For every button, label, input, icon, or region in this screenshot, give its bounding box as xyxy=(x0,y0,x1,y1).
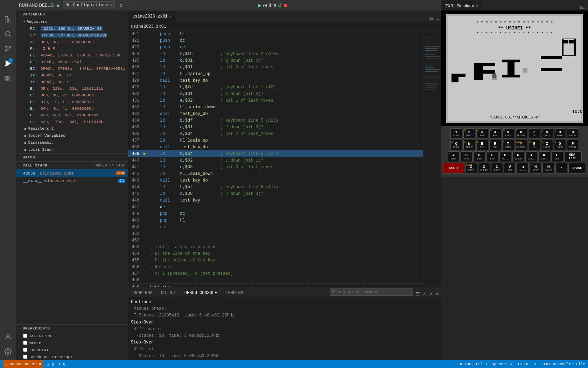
key-z[interactable]: COPYZCOPY xyxy=(465,163,477,173)
status-spaces[interactable]: Spaces: 4 xyxy=(492,362,512,366)
var-c: C: 00h, 0u, 0i, 00000000b xyxy=(20,92,128,98)
disassembly-group[interactable]: ▶ Disassembly xyxy=(16,139,128,146)
registers-header[interactable]: ▾ Registers xyxy=(20,18,128,25)
key-n[interactable]: NOT NNEXT xyxy=(530,163,541,173)
callstack-header[interactable]: ▾ CALL STACK Paused on step xyxy=(16,162,128,169)
key-newline[interactable]: NEWLINE xyxy=(564,151,582,162)
key-v[interactable]: VCLS xyxy=(504,163,516,173)
activity-source-control[interactable] xyxy=(2,43,14,55)
key-5[interactable]: %5RAND xyxy=(502,128,514,139)
key-t[interactable]: >TRAND xyxy=(502,140,514,150)
key-shift[interactable]: SHIFT xyxy=(443,163,464,173)
key-u[interactable]: ORUIF xyxy=(528,140,540,150)
config-dropdown[interactable]: No Configurations ▾ xyxy=(63,1,115,9)
key-7[interactable]: '7IF xyxy=(528,128,540,139)
breakpoints-header[interactable]: ▾ BREAKPOINTS xyxy=(16,325,128,332)
activity-explorer[interactable] xyxy=(2,13,14,25)
key-o[interactable]: ;OPOKE xyxy=(554,140,566,150)
registers2-group[interactable]: ▶ Registers 2 xyxy=(16,125,128,132)
key-y[interactable]: ANDYRETURN xyxy=(515,140,527,150)
key-m[interactable]: MPAUSE xyxy=(542,163,554,173)
start-debug-button[interactable]: ▶ xyxy=(57,3,60,8)
variables-header[interactable]: ▾ VARIABLES xyxy=(16,11,128,18)
editor-more-btn[interactable]: ··· xyxy=(434,16,441,22)
key-c[interactable]: CCONT xyxy=(491,163,503,173)
split-editor-btn[interactable]: ⧉ xyxy=(428,15,434,22)
key-d[interactable]: \\DDIM xyxy=(474,151,485,162)
svg-rect-17 xyxy=(425,42,435,42)
svg-rect-52 xyxy=(502,60,520,62)
more-options-button[interactable]: ··· xyxy=(127,2,134,9)
key-e[interactable]: ≥EREM xyxy=(476,140,488,150)
key-x[interactable]: XCLEAR xyxy=(478,163,490,173)
key-p[interactable]: "PPRINT xyxy=(567,140,579,150)
status-warnings[interactable]: ✗ 0 xyxy=(58,362,65,367)
local-stack-group[interactable]: ▶ Local Stack xyxy=(16,146,128,153)
key-q[interactable]: ≤QPLOT xyxy=(450,140,462,150)
key-f[interactable]: {FFOR xyxy=(486,151,498,162)
key-s[interactable]: |SSAVE xyxy=(461,151,472,162)
bp-interrupt-checkbox[interactable] xyxy=(23,355,27,359)
activity-run-debug[interactable]: 1 xyxy=(2,57,14,69)
key-2[interactable]: @2UNPLOT xyxy=(463,128,475,139)
key-r[interactable]: <RRUN xyxy=(489,140,501,150)
debug-step-into-btn[interactable]: ⬇ xyxy=(268,2,272,8)
key-9[interactable]: )9POKE xyxy=(554,128,566,139)
simulator-close-icon[interactable]: ✕ xyxy=(476,4,479,8)
activity-settings[interactable] xyxy=(2,346,14,357)
key-4[interactable]: $4RUN xyxy=(489,128,501,139)
debug-step-out-btn[interactable]: ⬆ xyxy=(273,2,277,8)
status-eol[interactable]: LF xyxy=(532,362,537,366)
key-j[interactable]: -JLOAD xyxy=(525,151,537,162)
sim-more-btn[interactable]: ··· xyxy=(583,5,587,11)
filter-input[interactable] xyxy=(330,288,413,296)
debug-continue-btn[interactable]: ▶ xyxy=(258,2,262,8)
bp-assertion-checkbox[interactable] xyxy=(23,334,27,338)
status-encoding[interactable]: UTF-8 xyxy=(517,362,528,366)
code-editor[interactable]: 421 push hl 422 push bc 423 push de xyxy=(128,30,423,287)
panel-chevron-down[interactable]: ∨ xyxy=(428,291,434,297)
editor-tab[interactable]: usine2023.zx81 ✕ xyxy=(128,11,176,22)
panel-chevron-up[interactable]: ∧ xyxy=(421,291,428,297)
key-3[interactable]: #3REM xyxy=(476,128,488,139)
key-1[interactable]: !1PLOT xyxy=(450,128,462,139)
bp-wpmem-checkbox[interactable] xyxy=(23,341,27,345)
panel-tab-terminal[interactable]: TERMINAL xyxy=(221,289,250,297)
debug-step-over-btn[interactable]: ⏭ xyxy=(262,2,267,8)
settings-button[interactable]: ⚙ xyxy=(118,2,125,9)
callstack-row-0[interactable]: 4205h usine2023.zx81 439 xyxy=(16,169,128,177)
key-i[interactable]: ATIINPUT xyxy=(541,140,553,150)
watch-header[interactable]: ▾ WATCH xyxy=(16,154,128,161)
bp-logpoint-checkbox[interactable] xyxy=(23,348,27,352)
activity-extensions[interactable] xyxy=(2,72,14,84)
key-6[interactable]: &6RETURN xyxy=(515,128,527,139)
panel-tab-output[interactable]: OUTPUT xyxy=(157,289,180,297)
svg-rect-54 xyxy=(502,75,520,77)
debug-restart-btn[interactable]: ↺ xyxy=(278,2,282,8)
key-l[interactable]: =LLET xyxy=(551,151,563,162)
key-a[interactable]: ~ANEW xyxy=(448,151,460,162)
key-0[interactable]: _0PRINT xyxy=(567,128,579,139)
panel-close-btn[interactable]: ✕ xyxy=(434,291,441,297)
key-w[interactable]: ≤WUNPLOT xyxy=(463,140,475,150)
editor-tab-close[interactable]: ✕ xyxy=(170,14,172,19)
key-8[interactable]: (8INPUT xyxy=(541,128,553,139)
system-vars-group[interactable]: ▶ System Variables xyxy=(16,132,128,139)
key-space[interactable]: SPACE xyxy=(568,163,586,173)
callstack-row-1[interactable]: __MAIN__ usine2023.zx81 74 xyxy=(16,177,128,185)
activity-account[interactable] xyxy=(2,331,14,343)
activity-search[interactable] xyxy=(2,28,14,40)
key-b[interactable]: BSCROLL xyxy=(517,163,528,173)
key-g[interactable]: }GGOTO xyxy=(499,151,511,162)
status-line-col[interactable]: Ln 439, Col 1 xyxy=(457,362,488,366)
status-language[interactable]: ZX81 Assembler File xyxy=(541,362,585,366)
key-dot[interactable]: .. xyxy=(555,163,567,173)
key-h[interactable]: ^HGOSUB xyxy=(512,151,524,162)
debug-stop-btn[interactable]: ⏹ xyxy=(283,2,288,8)
key-k[interactable]: +KLIST xyxy=(538,151,550,162)
status-errors[interactable]: ⚠ 0 xyxy=(47,362,54,367)
filter-list-btn[interactable]: ☰ xyxy=(414,291,421,297)
sim-split-btn[interactable]: ⧉ xyxy=(580,5,583,11)
panel-tab-problems[interactable]: PROBLEMS xyxy=(128,289,157,297)
panel-tab-debug-console[interactable]: DEBUG CONSOLE xyxy=(180,289,222,297)
